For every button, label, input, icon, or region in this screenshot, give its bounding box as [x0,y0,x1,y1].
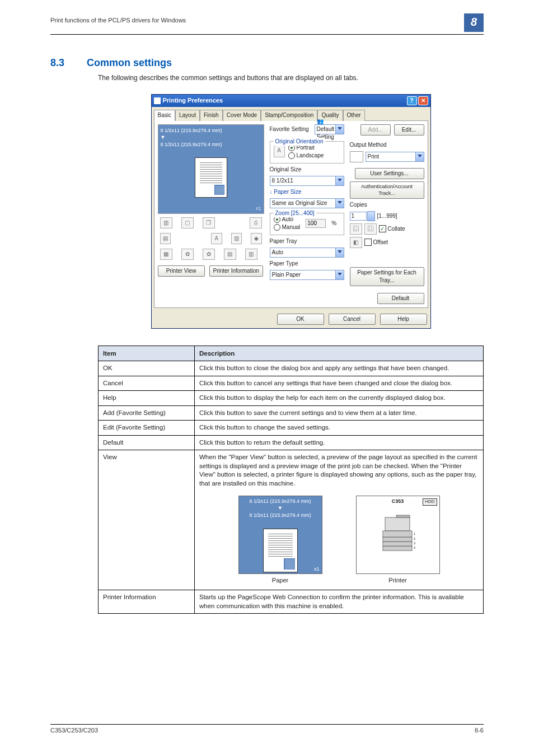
status-icon-3: ❐ [203,217,215,228]
tab-cover-mode[interactable]: Cover Mode [223,110,261,121]
status-icon-9: ▦ [160,249,172,260]
status-icon-12: ▤ [224,249,236,260]
landscape-radio[interactable]: Landscape [288,152,324,160]
svg-marker-5 [396,515,410,517]
preview-page-icon [195,157,227,198]
svg-text:2: 2 [414,538,415,540]
paper-type-combo[interactable]: Plain Paper [270,270,344,280]
favorite-add-button[interactable]: Add... [360,124,391,136]
tab-finish[interactable]: Finish [200,110,223,121]
help-button[interactable]: Help [380,314,427,325]
paper-type-label: Paper Type [270,260,344,268]
table-row: Printer Information Starts up the PageSc… [99,590,484,614]
svg-rect-0 [385,517,410,531]
paper-size-combo[interactable]: Same as Original Size [270,198,344,208]
tab-stamp-composition[interactable]: Stamp/Composition [261,110,317,121]
favorite-setting-label: Favorite Setting [270,125,309,133]
titlebar-close-button[interactable]: ✕ [418,96,428,105]
chapter-number-badge: 8 [464,13,484,32]
preview-scale: x1 [256,205,261,212]
table-row: DefaultClick this button to return the d… [99,435,484,450]
printer-information-button[interactable]: Printer Information [209,265,263,277]
footer-page: 8-6 [475,727,484,734]
chapter-title: Print functions of the PCL/PS drivers fo… [50,17,186,24]
original-size-label: Original Size [270,166,344,174]
svg-text:4: 4 [414,547,415,549]
svg-text:1: 1 [414,533,415,535]
table-row: Edit (Favorite Setting)Click this button… [99,421,484,436]
zoom-manual-radio[interactable]: Manual [274,223,301,231]
tab-strip: Basic Layout Finish Cover Mode Stamp/Com… [152,107,430,120]
auth-account-button[interactable]: Authentication/Account Track... [350,181,424,199]
output-method-label: Output Method [350,141,424,149]
dialog-icon [154,97,161,104]
section-title: Common settings [87,57,172,69]
orientation-group-label: Original Orientation [274,138,325,146]
dialog-title: Printing Preferences [163,96,406,105]
status-icon-13: ▥ [245,249,257,260]
paper-tray-label: Paper Tray [270,237,344,245]
status-icon-7: ▥ [231,233,242,244]
offset-icon: ◧ [350,237,362,248]
table-row: HelpClick this button to display the hel… [99,391,484,406]
th-item: Item [99,346,195,361]
cancel-button[interactable]: Cancel [329,314,376,325]
zoom-value-input[interactable] [306,219,326,228]
status-icon-10: ✿ [181,249,194,260]
table-row: CancelClick this button to cancel any se… [99,376,484,391]
zoom-group-label: Zoom [25...400] [274,209,316,217]
section-intro: The following describes the common setti… [98,73,484,83]
status-icon-8: ◆ [251,233,262,244]
paper-caption: Paper [238,576,322,585]
header-rule [50,34,484,35]
footer-model: C353/C253/C203 [50,727,98,734]
status-icon-1: ▥ [160,217,172,228]
favorite-setting-combo[interactable]: 👥 Default Setting [315,124,344,134]
copies-range: [1...999] [377,212,397,220]
favorite-edit-button[interactable]: Edit... [394,124,424,136]
paper-tray-combo[interactable]: Auto [270,248,344,258]
printing-preferences-dialog: Printing Preferences ? ✕ Basic Layout Fi… [151,94,431,329]
original-size-combo[interactable]: 8 1/2x11 [270,176,344,186]
output-method-combo[interactable]: Print [366,152,424,162]
view-row-desc: When the "Paper View" button is selected… [199,453,479,488]
paper-view-figure: 8 1/2x11 (215.9x279.4 mm) ▼ 8 1/2x11 (21… [238,496,322,574]
status-icon-2: ▢ [181,217,194,228]
default-button[interactable]: Default [377,293,424,304]
collate-checkbox[interactable]: ✓Collate [379,225,405,233]
section-number: 8.3 [50,57,64,69]
output-method-icon [350,151,363,162]
svg-rect-4 [383,546,412,550]
tab-layout[interactable]: Layout [175,110,200,121]
user-settings-button[interactable]: User Settings... [355,168,424,179]
paper-preview: 8 1/2x11 (215.9x279.4 mm) ▼ 8 1/2x11 (21… [158,124,264,214]
printer-view-figure: C353 HDD [356,496,440,574]
copies-spinner[interactable]: 1 [350,211,375,221]
dialog-titlebar: Printing Preferences ? ✕ [152,95,430,107]
hdd-badge: HDD [423,498,437,506]
table-row: OKClick this button to close the dialog … [99,361,484,376]
preview-size-line-1: 8 1/2x11 (215.9x279.4 mm) [161,127,261,134]
paper-settings-tray-button[interactable]: Paper Settings for Each Tray... [350,267,424,286]
svg-rect-2 [383,537,412,542]
tab-basic[interactable]: Basic [154,110,175,121]
status-icon-5: ▤ [160,233,171,244]
status-icon-6: A [211,233,222,244]
preview-size-line-2: 8 1/2x11 (215.9x279.4 mm) [161,141,261,148]
titlebar-help-button[interactable]: ? [407,96,417,105]
collate-icon-2: ⿶ [364,223,377,235]
table-row-view: View When the "Paper View" button is sel… [99,450,484,590]
paper-size-label: ↓ Paper Size [270,188,344,196]
table-row: Add (Favorite Setting)Click this button … [99,405,484,421]
offset-checkbox[interactable]: Offset [364,239,388,246]
status-icon-11: ✿ [203,249,215,260]
printer-view-button[interactable]: Printer View [158,265,205,277]
footer-rule [50,724,484,725]
svg-text:3: 3 [414,542,415,545]
collate-icon: ⿶ [350,223,362,235]
th-desc: Description [195,346,484,361]
copies-label: Copies [350,201,424,209]
tab-other[interactable]: Other [343,110,365,121]
status-icon-4: ⎙ [250,217,262,228]
ok-button[interactable]: OK [277,314,324,325]
